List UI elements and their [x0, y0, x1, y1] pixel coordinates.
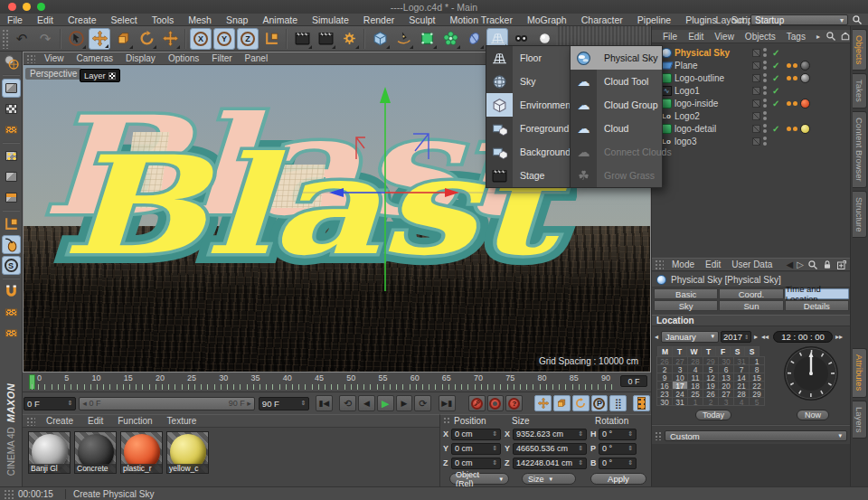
make-editable-button[interactable] [2, 52, 21, 71]
coordinate-mode-select[interactable]: Object (Rel)▾ [449, 473, 509, 485]
menu-item[interactable]: Edit [30, 14, 61, 26]
viewport-grip[interactable] [26, 54, 35, 63]
y-axis-handle[interactable] [380, 87, 391, 103]
visibility-dots[interactable] [763, 124, 769, 133]
undo-button[interactable]: ↶ [11, 28, 33, 50]
object-name[interactable]: logo-detail [675, 124, 752, 134]
now-button[interactable]: Now [797, 410, 829, 420]
magnet-snap-button[interactable] [2, 282, 21, 301]
sky-submenu-item[interactable]: ☁ Cloud Group [571, 93, 662, 117]
live-selection-button[interactable] [65, 28, 87, 50]
attribute-tab[interactable]: Sky [654, 300, 718, 311]
object-name[interactable]: logo-inside [675, 99, 752, 108]
object-row[interactable]: Plane ✓ [652, 59, 851, 71]
calendar-day[interactable]: 3 [718, 397, 734, 406]
move-tool-button[interactable] [89, 28, 110, 50]
analog-clock[interactable] [782, 344, 840, 402]
sky-submenu-item[interactable]: ☁ Cloud Tool [571, 70, 662, 93]
goto-end-button[interactable]: ▶▮ [439, 395, 456, 411]
viewport-menu-item[interactable]: Panel [239, 53, 275, 63]
year-field[interactable]: 2017⇕ [721, 331, 751, 343]
object-name[interactable]: Physical Sky [675, 48, 752, 58]
side-tab[interactable]: Takes [853, 73, 867, 108]
toolbar-grip[interactable] [2, 29, 8, 49]
tag-dots[interactable] [787, 101, 797, 106]
object-name[interactable]: Logo1 [675, 86, 752, 96]
size-field[interactable]: 9352.623 cm⇕ [513, 429, 587, 440]
render-view-button[interactable] [291, 28, 313, 50]
enabled-check-icon[interactable]: ✓ [772, 86, 783, 96]
object-manager-menu-item[interactable]: Edit [683, 32, 709, 42]
polygons-mode-button[interactable] [2, 188, 21, 207]
next-frame-button[interactable]: ▶ [396, 395, 413, 411]
key-pla-button[interactable]: ⣿ [609, 395, 627, 411]
tag-dots[interactable] [787, 76, 797, 80]
time-field[interactable]: 12 : 00 : 00 [773, 331, 833, 343]
add-modeling-object-button[interactable] [439, 28, 461, 50]
menu-item[interactable]: Motion Tracker [442, 14, 519, 26]
apply-button[interactable]: Apply [590, 473, 646, 485]
add-deformer-button[interactable] [463, 28, 485, 50]
search-icon[interactable] [852, 14, 863, 25]
material-tile[interactable]: yellow_c [166, 431, 209, 474]
key-parameter-button[interactable]: P [591, 395, 609, 411]
material-tag[interactable] [800, 124, 810, 134]
today-button[interactable]: Today [695, 410, 731, 420]
rotation-field[interactable]: 0 °⇕ [599, 443, 637, 455]
visibility-dots[interactable] [763, 86, 769, 95]
search-icon[interactable] [826, 31, 836, 42]
side-tab[interactable]: Layers [853, 401, 867, 439]
material-tile[interactable]: Concrete [74, 431, 117, 474]
add-cube-button[interactable] [369, 28, 391, 50]
attribute-manager-grip[interactable] [655, 259, 664, 269]
month-select[interactable]: January▾ [661, 331, 719, 343]
play-button[interactable]: ▶ [377, 395, 394, 411]
environment-menu-item[interactable]: Floor [486, 46, 570, 70]
layer-toggle[interactable] [752, 137, 760, 146]
menu-item[interactable]: Animate [255, 14, 305, 26]
edges-mode-button[interactable] [2, 167, 21, 186]
tag-dots[interactable] [787, 63, 797, 68]
object-row[interactable]: ⊞ Lo logo3 [652, 135, 851, 147]
coordinate-system-button[interactable] [260, 28, 282, 50]
layer-toggle[interactable] [752, 99, 760, 108]
powerslider-settings-button[interactable] [633, 395, 650, 411]
material-tag[interactable] [800, 61, 810, 71]
menu-item[interactable]: Render [356, 14, 401, 26]
key-rotation-button[interactable] [572, 395, 590, 411]
attribute-tab[interactable]: Time and Location [785, 288, 849, 299]
material-menu-item[interactable]: Create [39, 416, 80, 426]
position-field[interactable]: 0 cm⇕ [451, 443, 501, 455]
key-scale-button[interactable] [553, 395, 571, 411]
visibility-dots[interactable] [763, 111, 769, 120]
record-keyframe-button[interactable] [468, 395, 486, 411]
object-manager-menu-item[interactable]: Tags [781, 32, 811, 42]
object-manager-menu-item[interactable]: Objects [740, 32, 781, 42]
environment-menu-item[interactable]: Foreground [486, 117, 570, 140]
enabled-check-icon[interactable]: ✓ [772, 48, 783, 58]
object-name[interactable]: Logo2 [675, 111, 752, 121]
viewport-solo-button[interactable] [2, 235, 21, 254]
time-forward-arrow[interactable]: ▸▸ [835, 333, 844, 341]
object-name[interactable]: Plane [675, 61, 752, 71]
rotation-field[interactable]: 0 °⇕ [599, 458, 637, 469]
environment-menu-item[interactable]: Stage [486, 164, 570, 187]
object-name[interactable]: Logo-outline [675, 73, 752, 83]
material-tag[interactable] [800, 73, 810, 83]
history-back-icon[interactable]: ◀ [787, 259, 794, 269]
viewport-menu-item[interactable]: View [38, 53, 71, 63]
add-panel-icon[interactable] [836, 259, 847, 270]
search-icon[interactable] [807, 259, 818, 270]
environment-menu-item[interactable]: Sky [486, 70, 570, 93]
snap-button[interactable]: S [2, 256, 21, 275]
viewport-menu-item[interactable]: Options [162, 53, 205, 63]
attribute-menu-item[interactable]: Edit [700, 259, 726, 269]
layer-toggle[interactable] [752, 74, 760, 82]
play-backwards-button[interactable]: ⟲ [339, 395, 356, 411]
enable-axis-button[interactable] [2, 214, 21, 233]
object-row[interactable]: Logo-outline ✓ [652, 71, 851, 84]
x-axis-handle[interactable] [445, 188, 459, 197]
visibility-dots[interactable] [763, 99, 769, 108]
points-mode-button[interactable] [2, 146, 21, 165]
calendar-day[interactable]: 2 [703, 397, 719, 406]
